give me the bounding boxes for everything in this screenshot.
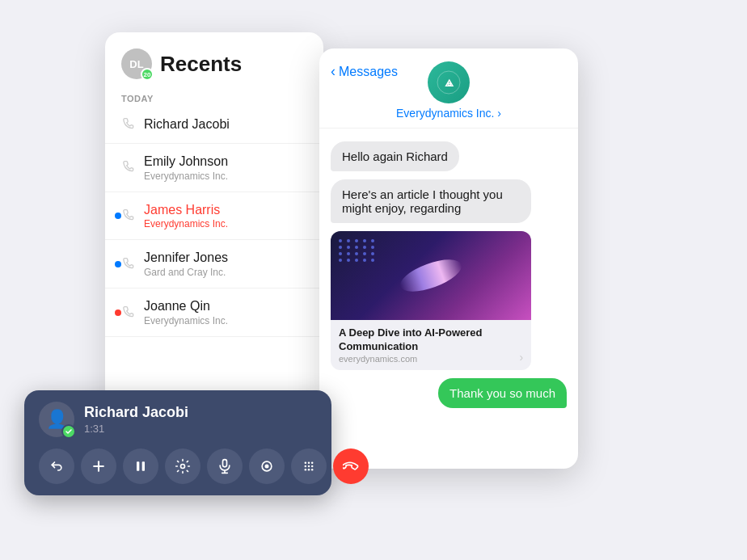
contact-dot xyxy=(115,309,121,316)
svg-point-17 xyxy=(308,469,310,471)
gear-icon xyxy=(175,458,191,474)
messages-panel: ‹ Messages ⟁ Everydynamics Inc. › Hello … xyxy=(319,48,578,469)
contact-info: Emily JohnsonEverydynamics Inc. xyxy=(144,154,307,182)
messages-header: ‹ Messages ⟁ Everydynamics Inc. › xyxy=(319,48,578,128)
phone-icon xyxy=(121,116,136,133)
back-label: Messages xyxy=(339,65,398,79)
contact-name: James Harris xyxy=(144,202,307,219)
call-bar-info: 👤 Richard Jacobi 1:31 xyxy=(39,402,317,437)
svg-text:⟁: ⟁ xyxy=(445,74,454,90)
svg-rect-5 xyxy=(142,461,145,471)
pause-icon xyxy=(133,458,149,474)
article-info: A Deep Dive into AI-Powered Communicatio… xyxy=(331,320,531,370)
call-bar: 👤 Richard Jacobi 1:31 xyxy=(24,390,331,495)
svg-rect-4 xyxy=(137,461,139,471)
article-chevron-icon: › xyxy=(520,351,524,364)
messages-back-button[interactable]: ‹ Messages xyxy=(331,63,398,80)
contact-subtitle: Everydynamics Inc. xyxy=(144,218,307,229)
record-button[interactable] xyxy=(249,448,285,484)
contact-row[interactable]: Richard Jacobi xyxy=(105,107,323,144)
contact-name: Richard Jacobi xyxy=(144,116,307,133)
contact-row[interactable]: Emily JohnsonEverydynamics Inc. xyxy=(105,144,323,192)
phone-icon xyxy=(121,256,136,272)
contact-dot xyxy=(115,213,121,219)
svg-point-18 xyxy=(311,469,314,471)
recents-title: Recents xyxy=(160,52,242,77)
phone-icon xyxy=(121,208,136,224)
recents-header: DL 20 Recents xyxy=(105,32,323,87)
keypad-icon xyxy=(301,458,317,474)
contact-dot xyxy=(115,261,121,267)
article-image xyxy=(331,231,531,320)
contact-name: Jennifer Jones xyxy=(144,250,307,267)
settings-button[interactable] xyxy=(165,448,200,484)
contact-row[interactable]: Jennifer JonesGard and Cray Inc. xyxy=(105,240,323,288)
svg-point-12 xyxy=(311,462,314,465)
call-controls xyxy=(39,448,317,484)
article-card[interactable]: A Deep Dive into AI-Powered Communicatio… xyxy=(331,231,531,370)
add-icon xyxy=(91,458,107,474)
article-url: everydynamics.com xyxy=(339,354,515,364)
end-call-icon xyxy=(343,458,359,474)
transfer-button[interactable] xyxy=(39,448,74,484)
company-logo-icon: ⟁ xyxy=(437,70,461,95)
transfer-icon xyxy=(49,458,65,474)
checkmark-icon xyxy=(65,427,73,436)
contacts-list: Richard JacobiEmily JohnsonEverydynamics… xyxy=(105,107,323,337)
recents-section-label: TODAY xyxy=(105,87,323,107)
phone-icon xyxy=(121,305,136,321)
messages-body: Hello again Richard Here's an article I … xyxy=(319,128,578,421)
svg-point-16 xyxy=(305,469,307,471)
call-duration: 1:31 xyxy=(84,423,188,435)
back-chevron-icon: ‹ xyxy=(331,63,336,80)
phone-icon xyxy=(121,159,136,175)
svg-point-11 xyxy=(308,462,310,465)
dots-grid-decoration xyxy=(339,239,376,262)
recents-badge: 20 xyxy=(141,68,154,81)
caller-name: Richard Jacobi xyxy=(84,404,188,421)
add-call-button[interactable] xyxy=(81,448,116,484)
company-name[interactable]: Everydynamics Inc. › xyxy=(396,107,501,120)
message-bubble-2: Here's an article I thought you might en… xyxy=(331,179,531,223)
contact-info: Joanne QinEverydynamics Inc. xyxy=(144,298,307,326)
hold-button[interactable] xyxy=(123,448,158,484)
microphone-icon xyxy=(217,458,233,474)
svg-point-6 xyxy=(181,465,185,469)
svg-point-13 xyxy=(305,465,307,468)
svg-point-15 xyxy=(311,465,314,468)
contact-info: Jennifer JonesGard and Cray Inc. xyxy=(144,250,307,278)
answer-badge xyxy=(61,424,76,439)
svg-point-14 xyxy=(308,465,310,468)
light-streak-decoration xyxy=(396,253,465,298)
recents-avatar: DL 20 xyxy=(121,48,152,79)
contact-row[interactable]: Joanne QinEverydynamics Inc. xyxy=(105,288,323,337)
caller-info: Richard Jacobi 1:31 xyxy=(84,404,188,435)
contact-info: Richard Jacobi xyxy=(144,116,307,133)
contact-row[interactable]: James HarrisEverydynamics Inc. xyxy=(105,192,323,241)
contact-subtitle: Gard and Cray Inc. xyxy=(144,267,307,278)
recents-panel: DL 20 Recents TODAY Richard JacobiEmily … xyxy=(105,32,323,436)
record-icon xyxy=(259,458,275,474)
contact-info: James HarrisEverydynamics Inc. xyxy=(144,202,307,230)
contact-subtitle: Everydynamics Inc. xyxy=(144,315,307,326)
contact-name: Joanne Qin xyxy=(144,298,307,315)
article-title: A Deep Dive into AI-Powered Communicatio… xyxy=(339,326,515,354)
svg-point-10 xyxy=(305,462,307,465)
end-call-button[interactable] xyxy=(333,448,369,484)
message-bubble-1: Hello again Richard xyxy=(331,141,459,171)
caller-avatar: 👤 xyxy=(39,402,74,437)
svg-rect-7 xyxy=(223,460,227,467)
company-logo: ⟁ xyxy=(428,61,470,103)
sent-message-bubble: Thank you so much xyxy=(438,378,567,408)
keypad-button[interactable] xyxy=(291,448,327,484)
contact-name: Emily Johnson xyxy=(144,154,307,171)
svg-point-9 xyxy=(265,465,269,469)
mute-button[interactable] xyxy=(207,448,243,484)
contact-subtitle: Everydynamics Inc. xyxy=(144,171,307,182)
